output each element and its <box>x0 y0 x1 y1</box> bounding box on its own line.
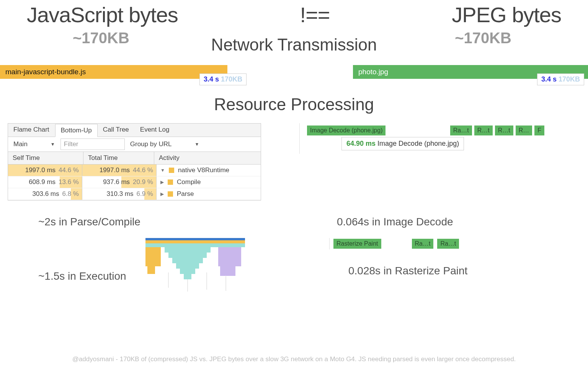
devtools-tab[interactable]: Flame Chart <box>8 124 55 137</box>
group-dropdown[interactable]: Group by URL▼ <box>125 138 205 150</box>
flame-chart-thumbnail <box>145 238 245 292</box>
size-jpeg: ~170KB <box>455 29 511 47</box>
badge-jpg-time: 3.4 s <box>541 75 557 83</box>
devtools-tab[interactable]: Bottom-Up <box>55 124 98 137</box>
filter-input[interactable]: Filter <box>60 139 125 150</box>
devtools-tab[interactable]: Event Log <box>135 124 175 137</box>
raster-block-main: Rasterize Paint <box>333 239 381 249</box>
svg-rect-10 <box>184 274 191 279</box>
group-label: Group by URL <box>130 140 172 148</box>
heading-js: JavaScript bytes <box>27 2 178 27</box>
svg-rect-1 <box>145 240 245 243</box>
devtools-row[interactable]: 608.9 ms13.6 %937.6 ms20.9 %▶Compile <box>8 176 261 188</box>
stat-image-decode: 0.064s in Image Decode <box>337 216 453 228</box>
file-js: main-javascript-bundle.js <box>5 68 86 76</box>
thread-label: Main <box>13 140 28 148</box>
decode-block-small: R…t <box>495 126 513 135</box>
stat-parse-compile: ~2s in Parse/Compile <box>38 216 268 228</box>
decode-block-small: R…t <box>474 126 493 135</box>
svg-rect-7 <box>172 258 203 263</box>
tooltip-label: Image Decode (phone.jpg) <box>377 140 459 147</box>
tooltip-time: 64.90 ms <box>346 140 376 147</box>
svg-rect-8 <box>176 263 199 269</box>
caret-icon: ▼ <box>51 142 55 147</box>
svg-rect-9 <box>180 269 195 274</box>
stat-rasterize: 0.028s in Rasterize Paint <box>348 265 588 277</box>
section-processing: Resource Processing <box>0 95 588 114</box>
raster-timeline: Rasterize Paint Ra…tRa…t <box>329 238 588 249</box>
raster-block-small: Ra…t <box>412 239 434 249</box>
badge-jpg: 3.4 s 170KB <box>537 73 584 85</box>
svg-rect-12 <box>147 266 155 274</box>
col-activity: Activity <box>154 152 261 164</box>
devtools-panel: Flame ChartBottom-UpCall TreeEvent Log M… <box>8 123 261 200</box>
image-decode-timeline: Image Decode (phone.jpg) Ra…tR…tR…tR…F 6… <box>299 123 537 158</box>
file-jpg: photo.jpg <box>358 68 388 76</box>
devtools-tabs: Flame ChartBottom-UpCall TreeEvent Log <box>8 124 261 137</box>
badge-js-time: 3.4 s <box>204 75 219 83</box>
decode-block-small: R… <box>516 126 532 135</box>
devtools-columns: Self Time Total Time Activity <box>8 152 261 165</box>
decode-block-small: Ra…t <box>450 126 472 135</box>
footnote: @addyosmani - 170KB of (compressed) JS v… <box>0 355 588 363</box>
raster-block-small: Ra…t <box>437 239 459 249</box>
svg-rect-5 <box>165 247 211 253</box>
badge-js-size: 170KB <box>221 75 242 83</box>
svg-rect-3 <box>218 247 241 266</box>
caret-icon: ▼ <box>194 142 199 147</box>
heading-not-equal: !== <box>300 2 330 27</box>
svg-rect-2 <box>145 243 245 247</box>
svg-rect-4 <box>220 266 235 276</box>
decode-tooltip: 64.90 ms Image Decode (phone.jpg) <box>341 137 464 150</box>
col-self: Self Time <box>8 152 83 164</box>
svg-rect-6 <box>168 253 207 258</box>
devtools-tab[interactable]: Call Tree <box>98 124 135 137</box>
svg-rect-0 <box>145 238 245 240</box>
stat-execution: ~1.5s in Execution <box>38 270 145 282</box>
heading-jpeg: JPEG bytes <box>452 2 561 27</box>
devtools-row[interactable]: 1997.0 ms44.6 %1997.0 ms44.6 %▼native V8… <box>8 165 261 176</box>
decode-block-small: F <box>534 126 544 135</box>
badge-js: 3.4 s 170KB <box>199 73 247 85</box>
thread-dropdown[interactable]: Main▼ <box>8 138 60 150</box>
badge-jpg-size: 170KB <box>559 75 580 83</box>
size-js: ~170KB <box>73 29 129 47</box>
network-bar-jpg: photo.jpg 3.4 s 170KB <box>288 65 588 79</box>
svg-rect-11 <box>145 247 161 266</box>
decode-block-main: Image Decode (phone.jpg) <box>307 126 385 135</box>
network-bar-js: main-javascript-bundle.js 3.4 s 170KB <box>0 65 227 79</box>
devtools-row[interactable]: 303.6 ms6.8 %310.3 ms6.9 %▶Parse <box>8 188 261 200</box>
col-total: Total Time <box>83 152 154 164</box>
devtools-filter-row: Main▼ Filter Group by URL▼ <box>8 137 261 152</box>
